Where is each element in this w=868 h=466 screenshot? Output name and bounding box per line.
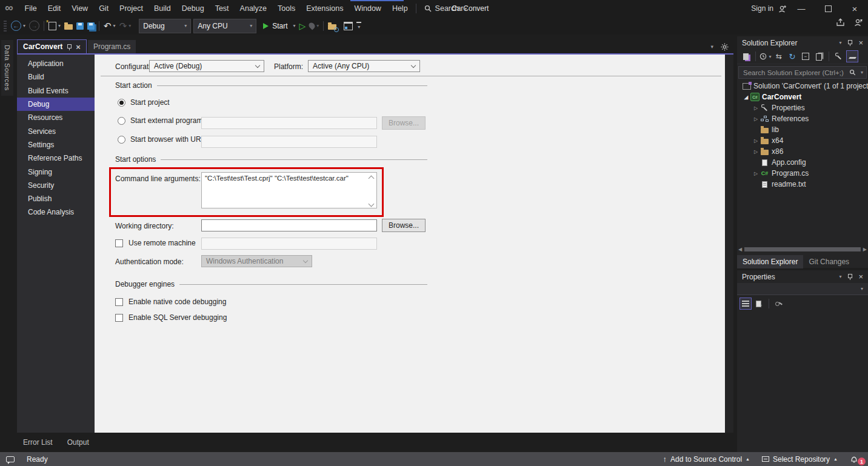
menu-window[interactable]: Window — [349, 0, 386, 17]
prop-tab-build-events[interactable]: Build Events — [17, 84, 95, 98]
prop-tab-settings[interactable]: Settings — [17, 138, 95, 151]
tree-row-app-config[interactable]: App.config — [737, 157, 868, 168]
add-to-source-control-button[interactable]: ↑ Add to Source Control ▲ — [657, 452, 756, 466]
feedback-person-icon[interactable] — [854, 18, 863, 27]
tree-row-project-carconvert[interactable]: ◢ C# CarConvert — [737, 92, 868, 102]
prop-tab-resources[interactable]: Resources — [17, 111, 95, 124]
tree-row-lib[interactable]: lib — [737, 124, 868, 135]
prop-tab-application[interactable]: Application — [17, 57, 95, 70]
select-repository-button[interactable]: Select Repository ▲ — [756, 452, 844, 466]
new-project-button[interactable]: * ▾ — [47, 19, 62, 33]
refresh-button[interactable]: ↻ — [786, 50, 798, 62]
tree-row-solution[interactable]: Solution 'CarConvert' (1 of 1 project) — [737, 81, 868, 92]
working-dir-input[interactable] — [201, 219, 377, 231]
collapse-all-button[interactable]: − — [800, 50, 812, 62]
start-browser-radio[interactable]: Start browser with URL: — [118, 135, 207, 144]
close-button[interactable]: × — [841, 0, 868, 17]
hot-reload-button[interactable]: ▾ — [307, 19, 321, 33]
cmd-args-textarea[interactable]: "C:\Test\test\Test.cprj" "C:\Test\test\t… — [201, 172, 377, 208]
gear-icon[interactable] — [721, 43, 729, 51]
panel-menu-chevron-icon[interactable]: ▾ — [839, 40, 841, 45]
data-sources-tab[interactable]: Data Sources — [1, 40, 13, 96]
start-without-debugging-button[interactable]: ▷ — [298, 19, 308, 33]
prop-tab-services[interactable]: Services — [17, 124, 95, 138]
menu-git[interactable]: Git — [93, 0, 114, 17]
solution-explorer-search[interactable]: ▾ — [738, 66, 867, 79]
tab-error-list[interactable]: Error List — [17, 436, 59, 448]
menu-project[interactable]: Project — [114, 0, 149, 17]
start-project-radio[interactable]: Start project — [118, 98, 170, 107]
navigate-back-button[interactable]: ←▾ — [9, 19, 27, 33]
navigate-forward-button[interactable]: → — [27, 19, 41, 33]
menu-debug[interactable]: Debug — [176, 0, 210, 17]
tree-row-properties[interactable]: ▷ Properties — [737, 102, 868, 113]
tab-carconvert[interactable]: CarConvert × — [17, 39, 87, 54]
solution-configuration-combo[interactable]: Debug ▾ — [139, 19, 191, 33]
search-input[interactable] — [742, 68, 846, 77]
switch-views-button[interactable] — [739, 50, 752, 62]
prop-tab-debug[interactable]: Debug — [17, 98, 95, 111]
feedback-button[interactable] — [0, 452, 21, 466]
prop-tab-build[interactable]: Build — [17, 70, 95, 84]
browse-working-dir-button[interactable]: Browse... — [382, 219, 426, 232]
close-icon[interactable]: × — [858, 273, 863, 281]
tab-output[interactable]: Output — [61, 436, 95, 448]
property-pages-button[interactable]: ▾ — [753, 298, 765, 310]
minimize-button[interactable]: — — [788, 0, 815, 17]
solution-explorer-layout-button[interactable] — [342, 19, 355, 33]
menu-analyze[interactable]: Analyze — [235, 0, 272, 17]
open-file-button[interactable] — [62, 19, 75, 33]
scroll-right-icon[interactable]: ▶ — [863, 247, 867, 252]
sign-in-button[interactable]: Sign in — [751, 0, 787, 17]
share-icon[interactable] — [836, 18, 846, 27]
prop-tab-publish[interactable]: Publish — [17, 192, 95, 205]
expander-expanded-icon[interactable]: ◢ — [743, 95, 749, 100]
toolbar-overflow-button[interactable]: ▾ — [355, 19, 363, 33]
platform-combo[interactable]: Active (Any CPU) — [308, 60, 420, 72]
menu-build[interactable]: Build — [149, 0, 176, 17]
panel-menu-chevron-icon[interactable]: ▾ — [839, 274, 841, 279]
use-remote-checkbox[interactable]: Use remote machine — [115, 239, 196, 247]
menu-file[interactable]: File — [19, 0, 42, 17]
horizontal-scrollbar[interactable]: ◀ ▶ — [738, 245, 867, 253]
properties-title-bar[interactable]: Properties ▾ × — [737, 270, 868, 283]
tree-row-x64[interactable]: ▷ x64 — [737, 135, 868, 146]
save-all-button[interactable] — [85, 19, 96, 33]
show-all-files-button[interactable] — [813, 50, 825, 62]
expander-collapsed-icon[interactable]: ▷ — [753, 171, 759, 176]
expander-collapsed-icon[interactable]: ▷ — [753, 138, 759, 144]
configuration-combo[interactable]: Active (Debug) — [149, 60, 264, 72]
start-debugging-button[interactable]: Start ▾ — [261, 19, 297, 33]
tree-row-readme[interactable]: readme.txt — [737, 179, 868, 190]
tree-row-x86[interactable]: ▷ x86 — [737, 146, 868, 157]
solution-explorer-title-bar[interactable]: Solution Explorer ▾ × — [737, 36, 868, 49]
scroll-left-icon[interactable]: ◀ — [738, 247, 742, 252]
prop-tab-security[interactable]: Security — [17, 179, 95, 192]
external-program-input[interactable] — [201, 117, 377, 129]
restore-button[interactable] — [815, 0, 841, 17]
menu-view[interactable]: View — [66, 0, 93, 17]
menu-extensions[interactable]: Extensions — [301, 0, 349, 17]
document-list-chevron-icon[interactable]: ▾ — [710, 44, 713, 50]
menu-tools[interactable]: Tools — [272, 0, 301, 17]
properties-object-combo[interactable]: ▾ — [737, 283, 868, 295]
sql-debugging-checkbox[interactable]: Enable SQL Server debugging — [115, 313, 227, 322]
undo-button[interactable]: ↶▾ — [102, 19, 118, 33]
tab-program-cs[interactable]: Program.cs — [88, 40, 136, 53]
expander-collapsed-icon[interactable]: ▷ — [753, 105, 759, 111]
pending-changes-filter-button[interactable]: ▾ — [760, 50, 772, 62]
sync-with-active-document-button[interactable]: ⇆ — [773, 50, 785, 62]
notifications-button[interactable]: 1 — [844, 452, 868, 466]
tree-row-program-cs[interactable]: ▷ C# Program.cs — [737, 168, 868, 179]
expander-collapsed-icon[interactable]: ▷ — [753, 149, 759, 155]
menu-edit[interactable]: Edit — [42, 0, 67, 17]
pin-icon[interactable] — [847, 274, 852, 279]
save-button[interactable] — [75, 19, 85, 33]
tree-row-references[interactable]: ▷ References — [737, 113, 868, 124]
browser-url-input[interactable] — [201, 136, 377, 148]
tab-git-changes[interactable]: Git Changes — [803, 255, 855, 268]
pin-icon[interactable] — [67, 44, 72, 50]
categorized-button[interactable] — [739, 298, 752, 310]
document-scrollbar-track[interactable] — [725, 55, 733, 433]
tab-solution-explorer[interactable]: Solution Explorer — [737, 255, 803, 268]
